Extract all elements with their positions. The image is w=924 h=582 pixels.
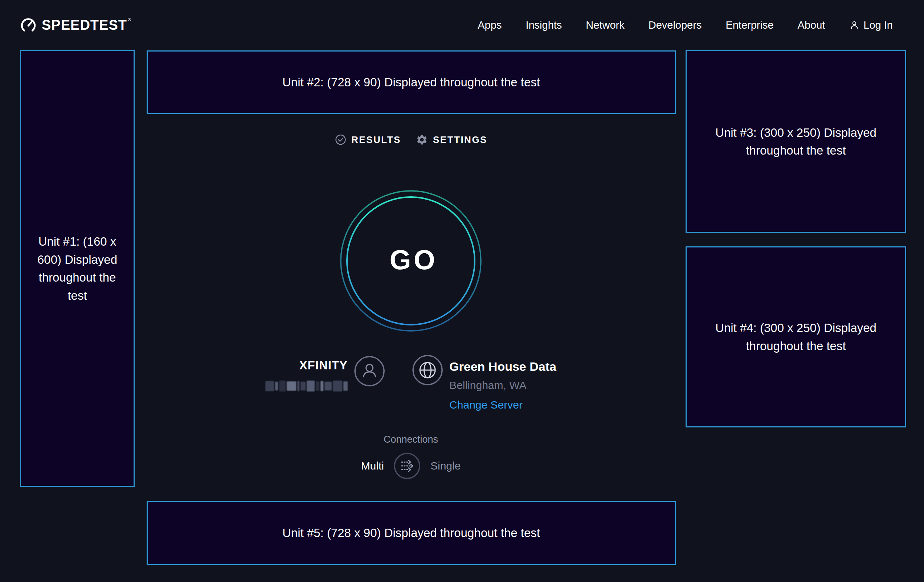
ad-unit-4-text: Unit #4: (300 x 250) Displayed throughou…: [703, 319, 888, 355]
nav-item-apps[interactable]: Apps: [478, 19, 502, 31]
gear-icon: [416, 134, 428, 146]
user-icon: [849, 20, 860, 30]
single-label[interactable]: Single: [431, 460, 460, 472]
server-location: Bellingham, WA: [449, 379, 556, 392]
speedtest-page: SPEEDTEST® Apps Insights Network Develop…: [0, 0, 924, 582]
globe-circle-icon: [412, 355, 443, 385]
provider-server-row: XFINITY: [265, 355, 556, 411]
ad-unit-2-text: Unit #2: (728 x 90) Displayed throughout…: [282, 73, 540, 91]
trademark-mark: ®: [128, 17, 132, 22]
isp-name: XFINITY: [299, 358, 348, 373]
settings-label: SETTINGS: [433, 134, 487, 145]
isp-block: XFINITY: [265, 355, 385, 391]
multi-label[interactable]: Multi: [361, 460, 384, 472]
header: SPEEDTEST® Apps Insights Network Develop…: [0, 0, 924, 50]
connections-title: Connections: [384, 434, 438, 445]
login-button[interactable]: Log In: [849, 19, 893, 31]
logo-text: SPEEDTEST®: [42, 17, 131, 33]
ad-unit-3-text: Unit #3: (300 x 250) Displayed throughou…: [703, 124, 888, 160]
ad-unit-2[interactable]: Unit #2: (728 x 90) Displayed throughout…: [147, 50, 676, 114]
results-label: RESULTS: [351, 134, 401, 145]
speedtest-logo[interactable]: SPEEDTEST®: [20, 17, 131, 33]
check-circle-icon: [335, 134, 346, 145]
go-label: GO: [387, 244, 438, 275]
tab-settings[interactable]: SETTINGS: [416, 134, 487, 146]
multi-arrows-icon: [393, 452, 421, 480]
redacted-ip: [265, 381, 348, 391]
nav-item-about[interactable]: About: [798, 19, 825, 31]
ad-unit-3[interactable]: Unit #3: (300 x 250) Displayed throughou…: [686, 50, 906, 233]
server-name: Green House Data: [449, 358, 556, 374]
connections-toggle-row: Multi Single: [361, 452, 461, 480]
go-button[interactable]: GO: [340, 190, 482, 331]
change-server-link[interactable]: Change Server: [449, 398, 556, 411]
nav-item-network[interactable]: Network: [586, 19, 624, 31]
connections-toggle[interactable]: [393, 452, 421, 480]
gauge-icon: [20, 17, 37, 33]
tab-results[interactable]: RESULTS: [335, 134, 401, 145]
ad-unit-1-text: Unit #1: (160 x 600) Displayed throughou…: [32, 232, 123, 304]
login-label: Log In: [863, 19, 893, 31]
main-nav: Apps Insights Network Developers Enterpr…: [478, 19, 893, 31]
person-circle-icon: [354, 355, 385, 386]
results-settings-tabs: RESULTS SETTINGS: [335, 134, 487, 146]
ad-unit-4[interactable]: Unit #4: (300 x 250) Displayed throughou…: [686, 246, 906, 427]
nav-item-developers[interactable]: Developers: [648, 19, 702, 31]
ad-unit-1[interactable]: Unit #1: (160 x 600) Displayed throughou…: [20, 50, 135, 487]
server-block: Green House Data Bellingham, WA Change S…: [412, 355, 556, 411]
ad-unit-5-text: Unit #5: (728 x 90) Displayed throughout…: [282, 524, 540, 542]
nav-item-insights[interactable]: Insights: [526, 19, 562, 31]
nav-item-enterprise[interactable]: Enterprise: [726, 19, 773, 31]
ad-unit-5[interactable]: Unit #5: (728 x 90) Displayed throughout…: [147, 501, 676, 565]
